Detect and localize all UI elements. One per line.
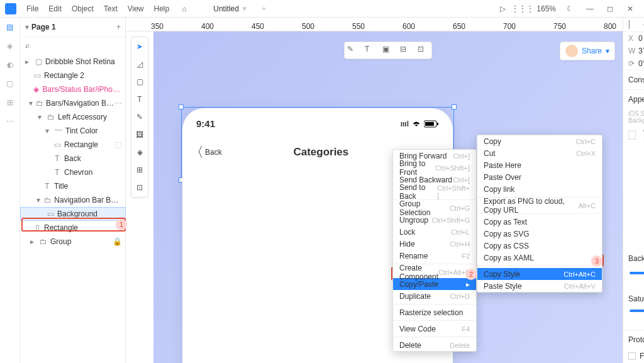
ctx-copy-text[interactable]: Copy as Text — [477, 216, 602, 228]
ctx-group[interactable]: Group SelectionCtrl+G — [393, 202, 476, 214]
layer-navbar-bg[interactable]: ▾🗀Navigation Bar Background — [20, 193, 126, 207]
fix-position-row[interactable]: Fix Position on Scroll — [623, 349, 644, 363]
search-layers[interactable]: ⌕ — [20, 37, 126, 53]
ctx-create-component[interactable]: Create ComponentCtrl+Alt+K — [393, 266, 476, 278]
layer-tint-color[interactable]: ▾〰Tint Color — [20, 124, 126, 138]
ctx-paste-style[interactable]: Paste StyleCtrl+Alt+V — [477, 280, 602, 292]
app-logo[interactable] — [5, 3, 16, 14]
bg-blur-section[interactable]: Background Blur🗑 — [623, 249, 644, 268]
ctx-paste-over[interactable]: Paste Over — [477, 171, 602, 183]
crop-icon[interactable]: ⊡ — [418, 45, 429, 56]
menu-text[interactable]: Text — [100, 2, 121, 16]
appearance-section[interactable]: Appearance⌃ — [623, 89, 644, 109]
minimize-icon[interactable]: — — [581, 0, 599, 18]
layer-label: Rectangle 2 — [44, 71, 84, 80]
layer-left-accessory[interactable]: ▾🗀Left Accessory — [20, 110, 126, 124]
comments-tool-icon[interactable]: ⊡ — [134, 182, 145, 193]
prop-rotation[interactable]: ⟳0° — [623, 57, 644, 70]
align-tool-icon[interactable]: ⊟ — [400, 45, 411, 56]
frame-tool-icon[interactable]: ◿ — [134, 59, 145, 70]
layer-artboard[interactable]: ▸▢Dribbble Shot Retina — [20, 55, 126, 69]
ctx-copy-svg[interactable]: Copy as SVG — [477, 228, 602, 240]
checkbox[interactable] — [628, 352, 636, 360]
grid-icon[interactable]: ⋮⋮⋮ — [514, 0, 531, 18]
plugins-icon[interactable]: ⊞ — [4, 97, 16, 108]
move-tool-icon[interactable]: ➤ — [134, 41, 145, 52]
ctx-export-png[interactable]: Export as PNG to cloud, Copy URLAlt+C — [477, 199, 602, 211]
ctx-copy-link[interactable]: Copy link — [477, 183, 602, 195]
menu-help[interactable]: Help — [150, 2, 174, 16]
spread-row[interactable]: 0 ◉ — [623, 208, 644, 221]
layer-chevron[interactable]: TChevron — [20, 165, 126, 179]
annotation-badge-3: 3 — [591, 255, 602, 267]
boolean-icon[interactable]: ▣ — [382, 45, 394, 56]
ctx-lock[interactable]: LockCtrl+L — [393, 226, 476, 238]
layer-rectangle-tint[interactable]: ▭Rectangle⬚ — [20, 138, 126, 152]
layers-icon[interactable]: ▤ — [4, 21, 16, 33]
layer-rectangle-last[interactable]: ▯Rectangle — [20, 221, 126, 235]
menu-edit[interactable]: Edit — [45, 2, 65, 16]
close-tab-icon[interactable]: × — [240, 4, 247, 13]
prop-x[interactable]: X0 — [623, 32, 644, 45]
ctx-copy-style[interactable]: Copy StyleCtrl+Alt+C — [477, 268, 602, 280]
prop-w[interactable]: W375 — [623, 45, 644, 57]
ctx-copy-css[interactable]: Copy as CSS — [477, 240, 602, 252]
ctx-view-code[interactable]: View CodeF4 — [393, 323, 476, 335]
align-left-icon[interactable]: ▏ — [629, 20, 638, 29]
ctx-ungroup[interactable]: UngroupCtrl+Shift+G — [393, 214, 476, 226]
pen-tool-icon[interactable]: ✎ — [134, 111, 145, 123]
ctx-copy-xaml[interactable]: Copy as XAML — [477, 252, 602, 264]
ctx-paste-here[interactable]: Paste Here — [477, 159, 602, 171]
layer-back-text[interactable]: TBack — [20, 152, 126, 165]
ctx-bring-to-front[interactable]: Bring to FrontCtrl+Shift+] — [393, 162, 476, 174]
layer-background-selected[interactable]: ▭Background — [20, 207, 126, 221]
images-icon[interactable]: ▢ — [4, 78, 16, 89]
add-page-icon[interactable]: + — [116, 23, 121, 31]
ctx-delete[interactable]: DeleteDelete — [393, 339, 476, 351]
ctx-copy[interactable]: CopyCtrl+C — [477, 135, 602, 147]
shapes-tool-icon[interactable]: ⊞ — [134, 164, 145, 176]
layer-rectangle2[interactable]: ▭Rectangle 2 — [20, 69, 126, 82]
page-header[interactable]: ▾ Page 1 + — [20, 18, 126, 37]
styles-icon[interactable]: ◐ — [4, 59, 16, 70]
expand-icon[interactable]: ▾ — [25, 23, 29, 31]
components-icon[interactable]: ◈ — [4, 40, 16, 52]
ctx-copy-paste-submenu[interactable]: Copy/Paste▸ — [393, 278, 476, 290]
ctx-hide[interactable]: HideCtrl+H — [393, 238, 476, 250]
text-tool-icon[interactable]: T — [134, 94, 145, 105]
maximize-icon[interactable]: ◻ — [601, 0, 619, 18]
layer-group[interactable]: ▸🗀Group🔒 — [20, 235, 126, 249]
constraints-section[interactable]: Constraints⌄ — [623, 70, 644, 89]
rectangle-tool-icon[interactable]: ▢ — [134, 76, 145, 87]
document-tab[interactable]: Untitled × — [208, 2, 252, 16]
edit-icon[interactable]: ✎ — [347, 45, 358, 56]
zoom-level[interactable]: 165% — [534, 4, 558, 13]
theme-icon[interactable]: ☾ — [561, 0, 579, 18]
prototyping-section[interactable]: Prototyping+ — [623, 330, 644, 349]
menu-view[interactable]: View — [124, 2, 148, 16]
ctx-send-to-back[interactable]: Send to BackCtrl+Shift+[ — [393, 186, 476, 198]
layer-title[interactable]: TTitle — [20, 179, 126, 193]
home-icon[interactable]: ⌂ — [175, 0, 193, 18]
ctx-rename[interactable]: RenameF2 — [393, 250, 476, 262]
layer-style-row[interactable]: Chrome (Navigation Bar)* ▾ — [628, 125, 644, 145]
mask-icon[interactable]: ⬚ — [115, 140, 122, 149]
ctx-rasterize[interactable]: Rasterize selection — [393, 306, 476, 318]
more-icon[interactable]: ⋯ — [4, 116, 16, 127]
saturation-slider[interactable] — [623, 306, 644, 316]
menu-object[interactable]: Object — [68, 2, 97, 16]
component-tool-icon[interactable]: ◈ — [134, 147, 145, 158]
text-edit-icon[interactable]: T — [365, 45, 376, 56]
layer-statusbar-component[interactable]: ◈Bars/Status Bar/iPhone/Light — [20, 82, 126, 96]
share-button[interactable]: Share ▾ — [560, 42, 615, 60]
image-tool-icon[interactable]: 🖼 — [134, 129, 145, 140]
options-icon[interactable]: ⋯ — [114, 99, 122, 108]
bg-blur-slider[interactable] — [623, 268, 644, 278]
add-tab-icon[interactable]: + — [262, 4, 266, 13]
layer-navbar-folder[interactable]: ▾🗀Bars/Navigation Bar/iPhone - ...⋯ — [20, 96, 126, 110]
close-window-icon[interactable]: ✕ — [621, 0, 639, 18]
play-icon[interactable]: ▷ — [494, 0, 511, 18]
ctx-cut[interactable]: CutCtrl+X — [477, 147, 602, 159]
menu-file[interactable]: File — [23, 2, 42, 16]
ctx-duplicate[interactable]: DuplicateCtrl+D — [393, 290, 476, 302]
